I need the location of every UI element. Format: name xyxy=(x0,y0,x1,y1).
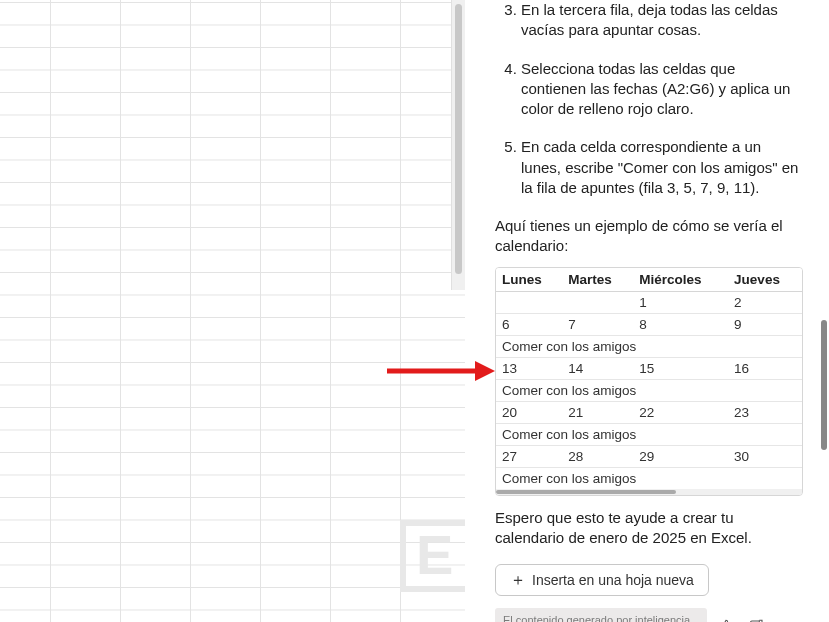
feedback-row: El contenido generado por inteligencia a… xyxy=(495,608,803,622)
calendar-table: Lunes Martes Miércoles Jueves 12 6789 Co… xyxy=(496,268,802,489)
spreadsheet-area[interactable] xyxy=(0,0,465,622)
example-intro-text: Aquí tienes un ejemplo de cómo se vería … xyxy=(495,216,803,257)
insert-new-sheet-button[interactable]: ＋ Inserta en una hoja nueva xyxy=(495,564,709,596)
calendar-cell: 30 xyxy=(728,445,802,467)
insert-button-label: Inserta en una hoja nueva xyxy=(532,572,694,588)
calendar-cell xyxy=(562,291,633,313)
calendar-cell: 22 xyxy=(633,401,728,423)
calendar-cell: 21 xyxy=(562,401,633,423)
ai-disclaimer: El contenido generado por inteligencia a… xyxy=(495,608,707,622)
thumbs-down-button[interactable] xyxy=(745,616,767,622)
calendar-header: Miércoles xyxy=(633,268,728,292)
calendar-header: Martes xyxy=(562,268,633,292)
calendar-cell: 27 xyxy=(496,445,562,467)
plus-icon: ＋ xyxy=(510,572,526,588)
calendar-cell: 1 xyxy=(633,291,728,313)
calendar-cell: 28 xyxy=(562,445,633,467)
closing-text: Espero que esto te ayude a crear tu cale… xyxy=(495,508,803,549)
calendar-cell: 7 xyxy=(562,313,633,335)
calendar-cell: Comer con los amigos xyxy=(496,335,802,357)
spreadsheet-grid[interactable] xyxy=(0,0,465,622)
step-item: En cada celda correspondiente a un lunes… xyxy=(521,137,803,198)
calendar-cell: 16 xyxy=(728,357,802,379)
panel-content: En la tercera fila, deja todas las celda… xyxy=(483,0,821,622)
calendar-cell xyxy=(496,291,562,313)
calendar-cell: 23 xyxy=(728,401,802,423)
calendar-cell: Comer con los amigos xyxy=(496,467,802,489)
copilot-panel: En la tercera fila, deja todas las celda… xyxy=(465,0,829,622)
thumbs-up-button[interactable] xyxy=(715,616,737,622)
step-item: Selecciona todas las celdas que contiene… xyxy=(521,59,803,120)
sheet-vertical-scrollbar[interactable] xyxy=(451,0,465,290)
calendar-horizontal-scrollbar[interactable] xyxy=(496,489,802,495)
calendar-cell: 29 xyxy=(633,445,728,467)
calendar-example: Lunes Martes Miércoles Jueves 12 6789 Co… xyxy=(495,267,803,496)
calendar-hscroll-thumb[interactable] xyxy=(496,490,676,494)
calendar-cell: 9 xyxy=(728,313,802,335)
instruction-steps: En la tercera fila, deja todas las celda… xyxy=(495,0,803,198)
calendar-cell: 15 xyxy=(633,357,728,379)
sheet-scrollbar-thumb[interactable] xyxy=(455,4,462,274)
watermark-boxed: E xyxy=(400,520,473,592)
calendar-cell: 2 xyxy=(728,291,802,313)
panel-vertical-scrollbar[interactable] xyxy=(821,0,827,622)
calendar-cell: 6 xyxy=(496,313,562,335)
calendar-cell: Comer con los amigos xyxy=(496,379,802,401)
calendar-header: Jueves xyxy=(728,268,802,292)
calendar-cell: 8 xyxy=(633,313,728,335)
calendar-header: Lunes xyxy=(496,268,562,292)
step-item: En la tercera fila, deja todas las celda… xyxy=(521,0,803,41)
calendar-cell: Comer con los amigos xyxy=(496,423,802,445)
calendar-cell: 14 xyxy=(562,357,633,379)
calendar-cell: 20 xyxy=(496,401,562,423)
calendar-cell: 13 xyxy=(496,357,562,379)
panel-scrollbar-thumb[interactable] xyxy=(821,320,827,450)
